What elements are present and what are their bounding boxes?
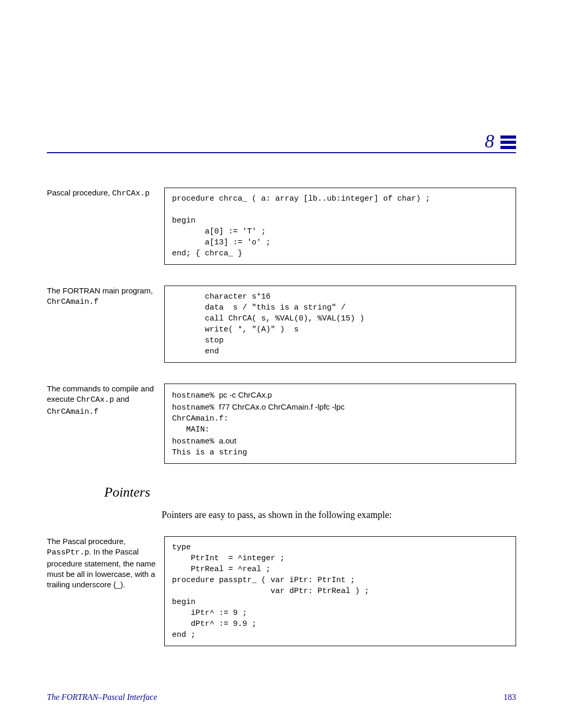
example-row-3: The commands to compile and execute ChrC… xyxy=(47,384,516,464)
example-row-1: Pascal procedure, ChrCAx.p procedure chr… xyxy=(47,188,516,265)
code-box-chrcamain: character s*16 data s / "this is a strin… xyxy=(164,286,516,363)
label-chrcamain: The FORTRAN main program, ChrCAmain.f xyxy=(47,286,164,308)
code-box-passptr: type PtrInt = ^integer ; PtrReal = ^real… xyxy=(164,536,516,646)
header-rule xyxy=(47,152,516,153)
section-heading-pointers: Pointers xyxy=(104,485,516,500)
example-row-2: The FORTRAN main program, ChrCAmain.f ch… xyxy=(47,286,516,363)
page-content: Pascal procedure, ChrCAx.p procedure chr… xyxy=(47,188,516,646)
label-chrcax: Pascal procedure, ChrCAx.p xyxy=(47,188,164,199)
footer-page-number: 183 xyxy=(504,693,516,702)
page-footer: The FORTRAN–Pascal Interface 183 xyxy=(47,693,516,702)
code-box-compile: hostname% pc -c ChrCAx.p hostname% f77 C… xyxy=(164,384,516,464)
label-passptr: The Pascal procedure, PassPtr.p. In the … xyxy=(47,536,164,590)
bars-icon xyxy=(500,135,516,149)
example-row-4: The Pascal procedure, PassPtr.p. In the … xyxy=(47,536,516,646)
page: 8 Pascal procedure, ChrCAx.p procedure c… xyxy=(0,0,563,728)
code-box-chrcax: procedure chrca_ ( a: array [lb..ub:inte… xyxy=(164,188,516,265)
label-compile: The commands to compile and execute ChrC… xyxy=(47,384,164,417)
footer-title: The FORTRAN–Pascal Interface xyxy=(47,693,157,702)
body-text-pointers: Pointers are easy to pass, as shown in t… xyxy=(162,510,516,521)
chapter-number: 8 xyxy=(485,130,494,152)
